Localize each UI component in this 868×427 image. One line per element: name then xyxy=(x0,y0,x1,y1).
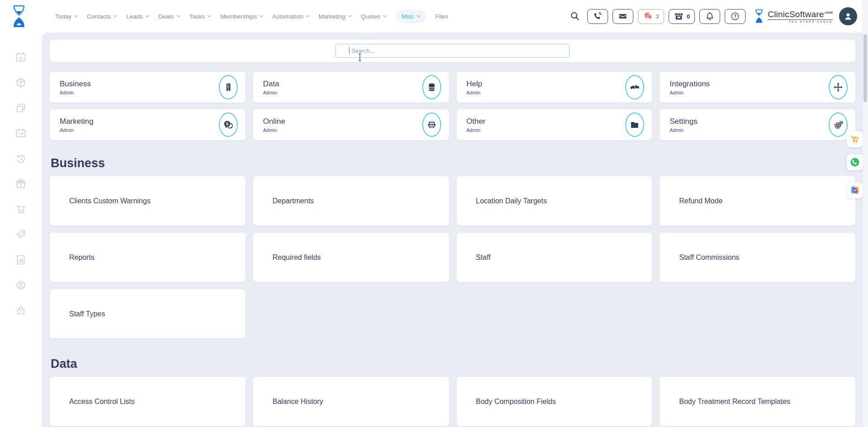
category-title: Integrations xyxy=(670,80,855,89)
item-card-staff-commissions[interactable]: Staff Commissions xyxy=(660,233,855,282)
item-label: Access Control Lists xyxy=(69,398,135,406)
sidebar-item-security[interactable] xyxy=(15,305,27,316)
nav-item-memberships[interactable]: Memberships xyxy=(220,13,263,20)
category-card-integrations[interactable]: Integrations Admin xyxy=(660,72,855,103)
nav-item-deals[interactable]: Deals xyxy=(158,13,180,20)
user-avatar[interactable] xyxy=(839,7,857,25)
nav-label: Files xyxy=(435,13,448,20)
move-arrows-icon xyxy=(833,82,843,92)
item-card-refund-mode[interactable]: Refund Mode xyxy=(660,176,855,225)
category-subtitle: Admin xyxy=(670,127,855,133)
item-card-location-daily-targets[interactable]: Location Daily Targets xyxy=(457,176,652,225)
category-card-business[interactable]: Business Admin xyxy=(50,72,245,103)
phone-calls-button[interactable] xyxy=(587,9,608,24)
nav-item-tasks[interactable]: Tasks xyxy=(189,13,211,20)
category-title: Help xyxy=(467,80,652,89)
nav-item-contacts[interactable]: Contacts xyxy=(87,13,117,20)
item-card-access-control-lists[interactable]: Access Control Lists xyxy=(50,377,245,426)
nav-item-automation[interactable]: Automation xyxy=(272,13,309,20)
category-subtitle: Admin xyxy=(467,127,652,133)
sidebar-item-gifts[interactable] xyxy=(15,178,27,190)
sidebar-item-history[interactable] xyxy=(15,153,27,164)
sidebar-item-reports[interactable] xyxy=(15,254,27,266)
category-grid: Business Admin Data Ad xyxy=(50,72,855,140)
brand-logo[interactable]: ClinicSoftware.com TEN STEPS AHEAD xyxy=(754,8,833,24)
data-items-grid: Access Control Lists Balance History Bod… xyxy=(50,377,855,426)
main-nav: Today Contacts Leads Deals Tasks Members… xyxy=(55,0,448,33)
scrollbar-thumb[interactable] xyxy=(863,34,867,102)
brand-tld: .com xyxy=(824,10,833,14)
left-sidebar: 12 xyxy=(0,33,42,427)
svg-text:$: $ xyxy=(19,233,21,237)
chevron-down-icon xyxy=(417,14,420,17)
nav-label: Automation xyxy=(272,13,303,20)
sidebar-item-calendar-sync[interactable] xyxy=(15,127,27,139)
nav-item-today[interactable]: Today xyxy=(55,13,77,20)
nav-item-leads[interactable]: Leads xyxy=(126,13,149,20)
category-icon-ring xyxy=(625,75,644,99)
chat-bubbles-icon xyxy=(643,11,653,21)
sidebar-item-pricing[interactable]: $ xyxy=(15,229,27,240)
shop-register-button[interactable]: 0 xyxy=(669,9,695,24)
chevron-down-icon xyxy=(74,14,78,17)
category-card-marketing[interactable]: Marketing Admin $ xyxy=(50,109,245,140)
item-card-staff-types[interactable]: Staff Types xyxy=(50,289,245,338)
inbox-button[interactable] xyxy=(613,9,633,24)
history-clock-icon xyxy=(15,153,27,164)
item-label: Reports xyxy=(69,253,94,262)
item-card-staff[interactable]: Staff xyxy=(457,233,652,282)
item-card-balance-history[interactable]: Balance History xyxy=(253,377,449,426)
item-card-body-composition-fields[interactable]: Body Composition Fields xyxy=(457,377,652,426)
item-card-departments[interactable]: Departments xyxy=(253,176,449,225)
category-subtitle: Admin xyxy=(60,90,245,95)
item-label: Refund Mode xyxy=(679,197,722,205)
svg-text:AI: AI xyxy=(854,189,856,192)
storefront-icon xyxy=(674,11,684,21)
floating-whatsapp-button[interactable] xyxy=(847,154,863,170)
category-icon-ring xyxy=(829,75,848,99)
nav-label: Contacts xyxy=(87,13,111,20)
floating-cart-button[interactable] xyxy=(847,131,863,147)
item-card-reports[interactable]: Reports xyxy=(50,233,245,282)
item-card-body-treatment-record-templates[interactable]: Body Treatment Record Templates xyxy=(660,377,855,426)
item-card-required-fields[interactable]: Required fields xyxy=(253,233,449,282)
header-search-button[interactable] xyxy=(570,11,580,21)
sidebar-item-shop[interactable] xyxy=(15,203,27,215)
category-card-help[interactable]: Help Admin xyxy=(457,72,652,103)
nav-item-marketing[interactable]: Marketing xyxy=(318,13,351,20)
sidebar-item-calendar[interactable]: 12 xyxy=(15,52,27,63)
floating-ai-button[interactable]: AI xyxy=(847,182,863,198)
category-card-other[interactable]: Other Admin xyxy=(457,109,652,140)
item-label: Staff xyxy=(476,253,491,262)
svg-text:?: ? xyxy=(734,14,736,19)
sidebar-item-duplicates[interactable] xyxy=(15,102,27,114)
notifications-button[interactable] xyxy=(699,9,720,24)
copy-icon xyxy=(15,102,27,114)
item-label: Location Daily Targets xyxy=(476,197,547,205)
help-button[interactable]: ? xyxy=(725,9,745,24)
category-card-data[interactable]: Data Admin xyxy=(253,72,449,103)
category-card-online[interactable]: Online Admin xyxy=(253,109,449,140)
nav-item-files[interactable]: Files xyxy=(435,13,448,20)
app-logo-hourglass-icon[interactable] xyxy=(10,4,28,30)
nav-label: Leads xyxy=(126,13,143,20)
inbox-tray-icon xyxy=(618,11,628,21)
sidebar-item-account[interactable] xyxy=(15,279,27,291)
page-scrollbar xyxy=(863,0,868,427)
item-card-clients-custom-warnings[interactable]: Clients Custom Warnings xyxy=(50,176,245,225)
sidebar-item-packages[interactable] xyxy=(15,77,27,89)
nav-item-misc[interactable]: Misc xyxy=(396,10,426,23)
category-icon-ring xyxy=(625,113,644,137)
nav-label: Quotes xyxy=(361,13,381,20)
category-icon-ring xyxy=(829,113,848,137)
search-input[interactable] xyxy=(335,44,570,58)
nav-item-quotes[interactable]: Quotes xyxy=(361,13,387,20)
item-label: Body Treatment Record Templates xyxy=(679,398,790,406)
brand-tagline: TEN STEPS AHEAD xyxy=(768,19,833,23)
gears-icon xyxy=(833,120,844,130)
category-card-settings[interactable]: Settings Admin xyxy=(660,109,855,140)
category-subtitle: Admin xyxy=(467,90,652,95)
search-bar-panel xyxy=(50,40,855,62)
item-label: Body Composition Fields xyxy=(476,398,556,406)
chat-messages-button[interactable]: 3 xyxy=(638,9,664,24)
